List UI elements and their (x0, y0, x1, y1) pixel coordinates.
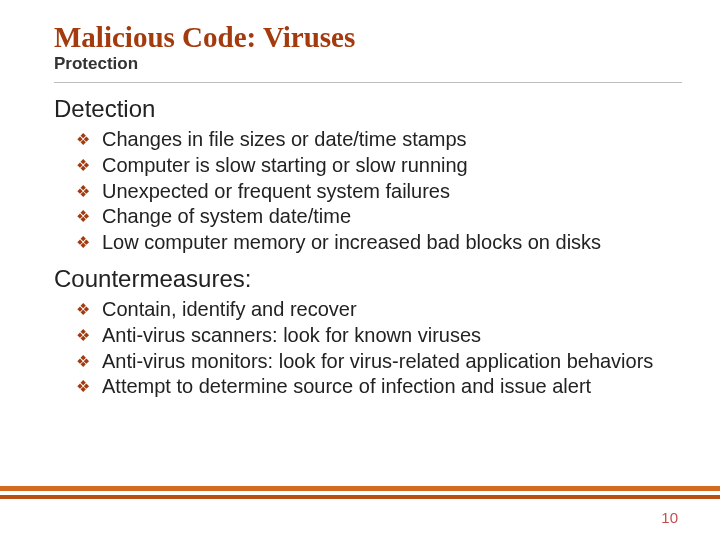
list-item-label: Computer is slow starting or slow runnin… (102, 153, 468, 179)
slide: Malicious Code: Viruses Protection Detec… (0, 0, 720, 540)
diamond-bullet-icon: ❖ (76, 233, 102, 253)
diamond-bullet-icon: ❖ (76, 182, 102, 202)
section-heading-countermeasures: Countermeasures: (54, 265, 682, 293)
diamond-bullet-icon: ❖ (76, 352, 102, 372)
list-item: ❖Anti-virus scanners: look for known vir… (76, 323, 682, 349)
diamond-bullet-icon: ❖ (76, 300, 102, 320)
footer-accent-bar (0, 486, 720, 491)
list-item: ❖Anti-virus monitors: look for virus-rel… (76, 349, 682, 375)
list-item: ❖Changes in file sizes or date/time stam… (76, 127, 682, 153)
diamond-bullet-icon: ❖ (76, 130, 102, 150)
list-item-label: Attempt to determine source of infection… (102, 374, 591, 400)
list-item-label: Unexpected or frequent system failures (102, 179, 450, 205)
list-item: ❖Attempt to determine source of infectio… (76, 374, 682, 400)
countermeasures-list: ❖Contain, identify and recover ❖Anti-vir… (76, 297, 682, 399)
diamond-bullet-icon: ❖ (76, 377, 102, 397)
list-item-label: Low computer memory or increased bad blo… (102, 230, 601, 256)
list-item: ❖Computer is slow starting or slow runni… (76, 153, 682, 179)
section-heading-detection: Detection (54, 95, 682, 123)
list-item-label: Contain, identify and recover (102, 297, 357, 323)
list-item-label: Changes in file sizes or date/time stamp… (102, 127, 467, 153)
diamond-bullet-icon: ❖ (76, 326, 102, 346)
page-number: 10 (661, 509, 678, 526)
list-item-label: Anti-virus scanners: look for known viru… (102, 323, 481, 349)
list-item: ❖Change of system date/time (76, 204, 682, 230)
list-item: ❖Contain, identify and recover (76, 297, 682, 323)
diamond-bullet-icon: ❖ (76, 156, 102, 176)
footer-fill (0, 499, 720, 540)
list-item-label: Change of system date/time (102, 204, 351, 230)
list-item-label: Anti-virus monitors: look for virus-rela… (102, 349, 653, 375)
diamond-bullet-icon: ❖ (76, 207, 102, 227)
slide-subtitle: Protection (54, 54, 682, 74)
list-item: ❖Unexpected or frequent system failures (76, 179, 682, 205)
list-item: ❖Low computer memory or increased bad bl… (76, 230, 682, 256)
slide-title: Malicious Code: Viruses (54, 22, 682, 52)
title-divider (54, 82, 682, 83)
detection-list: ❖Changes in file sizes or date/time stam… (76, 127, 682, 255)
